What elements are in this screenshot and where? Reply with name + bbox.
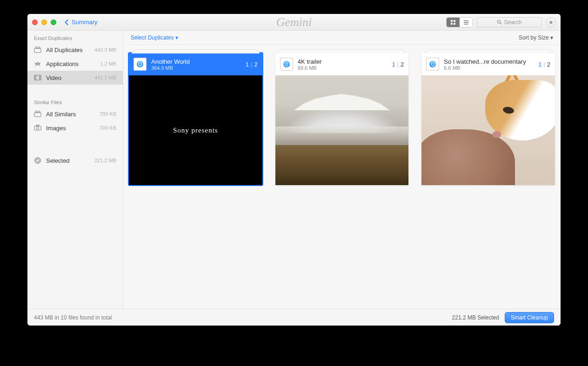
counter-current: 1 <box>538 61 541 68</box>
app-title: Gemini <box>276 15 312 29</box>
svg-rect-3 <box>454 23 455 25</box>
stack-icon <box>34 111 42 117</box>
chevron-down-icon: ▾ <box>550 34 553 41</box>
card-title: 4K trailer <box>298 58 388 65</box>
video-icon <box>34 74 42 81</box>
minimize-window-button[interactable] <box>41 20 47 25</box>
svg-rect-9 <box>34 48 41 53</box>
favorites-button[interactable]: ★ <box>546 17 556 27</box>
counter-total: 2 <box>254 61 257 68</box>
sidebar: Exact Duplicates All Duplicates 442.3 MB… <box>27 31 123 309</box>
sidebar-item-applications[interactable]: Applications 1.2 MB <box>27 57 123 71</box>
search-icon <box>497 20 502 25</box>
app-icon <box>34 60 42 67</box>
svg-rect-11 <box>34 75 41 80</box>
chevron-down-icon: ▾ <box>175 34 178 41</box>
svg-rect-20 <box>34 126 41 130</box>
sidebar-item-label: Selected <box>46 157 94 164</box>
sidebar-section-similar-title: Similar Files <box>27 95 123 107</box>
sidebar-item-size: 442.3 MB <box>94 47 116 53</box>
svg-rect-0 <box>451 20 453 22</box>
card-counter: 1 | 2 <box>538 61 550 68</box>
search-placeholder: Search <box>504 19 521 26</box>
card-size: 69.6 MB <box>298 65 388 71</box>
sidebar-item-label: All Similars <box>46 111 100 118</box>
sidebar-item-size: 441.1 MB <box>94 75 116 80</box>
sidebar-item-images[interactable]: Images 709 KB <box>27 121 123 135</box>
svg-point-21 <box>37 127 39 129</box>
duplicate-card[interactable]: Q Another World 364.9 MB 1 | 2 <box>129 53 262 185</box>
back-label: Summary <box>72 19 98 26</box>
sidebar-item-all-similars[interactable]: All Similars 709 KB <box>27 107 123 121</box>
main-panel: Select Duplicates ▾ Sort by Size ▾ Q <box>123 31 561 309</box>
card-counter: 1 | 2 <box>246 61 258 68</box>
svg-rect-2 <box>451 23 453 25</box>
stack-icon <box>34 47 42 53</box>
view-switch <box>446 17 473 27</box>
svg-line-8 <box>501 23 502 24</box>
svg-point-7 <box>498 20 501 23</box>
svg-rect-4 <box>464 20 468 21</box>
footer-selected-text: 221.2 MB Selected <box>452 314 499 321</box>
sidebar-item-video[interactable]: Video 441.1 MB <box>27 71 123 85</box>
smart-cleanup-label: Smart Cleanup <box>511 314 548 321</box>
card-header: Q Another World 364.9 MB 1 | 2 <box>129 53 262 75</box>
svg-rect-18 <box>34 113 41 117</box>
footer-found-text: 443 MB in 10 files found in total <box>34 314 112 321</box>
quicktime-file-icon: Q <box>134 58 147 71</box>
counter-total: 2 <box>401 61 404 68</box>
window-controls <box>32 20 56 25</box>
counter-separator: | <box>543 61 545 68</box>
card-counter: 1 | 2 <box>392 61 404 68</box>
sidebar-section-exact-title: Exact Duplicates <box>27 31 123 43</box>
duplicate-card[interactable]: Q 4K trailer 69.6 MB 1 | 2 <box>275 53 409 185</box>
counter-current: 1 <box>246 61 249 68</box>
sidebar-item-size: 1.2 MB <box>100 61 116 67</box>
search-input[interactable]: Search <box>477 17 542 27</box>
sidebar-item-label: Images <box>46 125 100 132</box>
svg-rect-1 <box>454 20 455 22</box>
zoom-window-button[interactable] <box>51 20 56 25</box>
sidebar-item-label: Video <box>46 74 94 81</box>
counter-total: 2 <box>547 61 550 68</box>
svg-rect-19 <box>35 111 40 113</box>
results-grid: Q Another World 364.9 MB 1 | 2 <box>123 45 561 309</box>
sort-dropdown[interactable]: Sort by Size ▾ <box>519 34 553 41</box>
counter-current: 1 <box>392 61 395 68</box>
card-thumbnail[interactable] <box>275 75 409 185</box>
counter-separator: | <box>251 61 252 68</box>
list-view-button[interactable] <box>460 18 473 27</box>
titlebar: Summary Gemini Search ★ <box>27 14 561 31</box>
back-summary-button[interactable]: Summary <box>65 19 98 26</box>
thumbnail-text: Sony presents <box>173 126 218 134</box>
quicktime-file-icon: Q <box>426 58 439 71</box>
sidebar-item-all-duplicates[interactable]: All Duplicates 442.3 MB <box>27 43 123 57</box>
main-header: Select Duplicates ▾ Sort by Size ▾ <box>123 31 561 45</box>
card-thumbnail[interactable] <box>421 75 555 185</box>
sidebar-item-size: 709 KB <box>100 125 116 131</box>
camera-icon <box>34 125 42 131</box>
sort-label: Sort by Size <box>519 34 549 41</box>
svg-rect-6 <box>464 24 468 25</box>
sidebar-item-selected[interactable]: Selected 221.2 MB <box>27 153 123 167</box>
grid-view-button[interactable] <box>447 18 460 27</box>
card-thumbnail[interactable]: Sony presents <box>129 75 262 185</box>
smart-cleanup-button[interactable]: Smart Cleanup <box>505 312 554 323</box>
sidebar-item-label: All Duplicates <box>46 47 94 53</box>
chevron-left-icon <box>65 20 69 25</box>
svg-rect-22 <box>36 125 39 126</box>
card-size: 364.9 MB <box>151 65 241 71</box>
select-duplicates-label: Select Duplicates <box>131 34 174 41</box>
select-duplicates-dropdown[interactable]: Select Duplicates ▾ <box>131 34 178 41</box>
star-icon: ★ <box>548 19 554 26</box>
sidebar-item-size: 221.2 MB <box>94 158 116 163</box>
duplicate-card[interactable]: Q So I watched...re documentary 6.6 MB 1… <box>421 53 555 185</box>
app-window: Summary Gemini Search ★ <box>27 14 561 326</box>
svg-rect-10 <box>35 47 40 48</box>
quicktime-file-icon: Q <box>280 58 293 71</box>
check-circle-icon <box>34 157 42 164</box>
card-title: Another World <box>151 58 241 65</box>
sidebar-item-size: 709 KB <box>100 111 116 117</box>
close-window-button[interactable] <box>32 20 38 25</box>
svg-rect-5 <box>464 22 468 23</box>
